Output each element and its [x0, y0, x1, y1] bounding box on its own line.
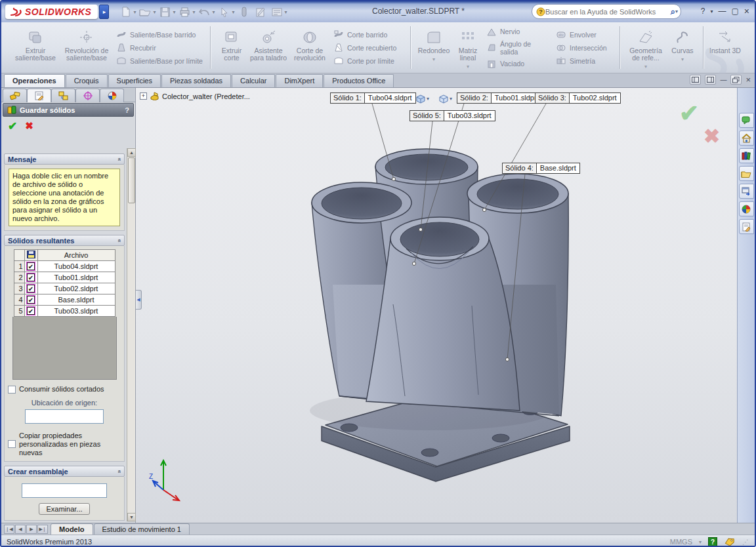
body-filename[interactable]: Tubo01.sldprt	[37, 272, 115, 283]
row-checkbox[interactable]: ✔	[27, 285, 35, 293]
linear-pattern-button[interactable]: Matriz lineal ▾	[453, 24, 483, 71]
quick-tips-icon[interactable]: ?	[708, 537, 717, 546]
resize-grip[interactable]: ⋰	[742, 538, 749, 546]
feature-manager-tab[interactable]	[3, 89, 27, 102]
tab-productos-office[interactable]: Productos Office	[324, 74, 394, 87]
search-icon[interactable]: ⌕	[671, 7, 675, 17]
design-library-tab[interactable]	[739, 148, 754, 163]
last-tab-icon[interactable]: ▶❘	[37, 525, 48, 534]
next-tab-icon[interactable]: ▶	[26, 525, 37, 534]
row-checkbox[interactable]: ✔	[27, 307, 35, 315]
doc-restore-button[interactable]	[730, 75, 742, 85]
tube-right-opening[interactable]	[467, 174, 568, 213]
callout-solido-2[interactable]: Sólido 2: Tubo01.sldprt	[457, 92, 543, 104]
tube-front-body[interactable]	[366, 239, 520, 411]
body-filename[interactable]: Tubo04.sldprt	[37, 261, 115, 272]
print-dropdown[interactable]: ▾	[193, 9, 196, 15]
tree-expand-icon[interactable]: +	[140, 92, 147, 100]
select-cursor-icon[interactable]	[217, 5, 232, 19]
hole-wizard-button[interactable]: Asistente para taladro	[249, 24, 288, 71]
first-tab-icon[interactable]: ❘◀	[4, 525, 14, 534]
lofted-cut-button[interactable]: Corte recubierto	[331, 42, 405, 53]
help-dropdown[interactable]: ▾	[710, 9, 713, 14]
assembly-name-input[interactable]	[22, 483, 107, 498]
property-manager-tab[interactable]	[27, 89, 51, 102]
section-crear-ensamblaje-header[interactable]: Crear ensamblaje «	[4, 466, 125, 477]
shell-button[interactable]: Vaciado	[484, 58, 553, 70]
edit-appearance-button[interactable]: ▾	[413, 92, 433, 106]
draft-button[interactable]: Ángulo de salida	[484, 39, 553, 56]
callout-filename[interactable]: Tubo01.sldprt	[491, 93, 542, 103]
minimize-button[interactable]: —	[718, 7, 726, 16]
file-explorer-tab[interactable]	[739, 166, 754, 181]
tab-croquis[interactable]: Croquis	[66, 74, 108, 87]
wrap-button[interactable]: abcEnvolver	[554, 29, 614, 40]
units-indicator[interactable]: MMGS	[670, 538, 692, 546]
save-dropdown[interactable]: ▾	[173, 9, 175, 15]
custom-properties-tab[interactable]	[739, 219, 754, 234]
collector-model[interactable]: Z	[136, 88, 737, 523]
panel-collapse-handle[interactable]: ◀	[136, 290, 142, 310]
doc-minimize-button[interactable]: —	[720, 76, 726, 83]
options-dropdown[interactable]: ▾	[285, 9, 287, 15]
new-document-dropdown[interactable]: ▾	[133, 9, 136, 15]
callout-solido-3[interactable]: Sólido 3: Tubo02.sldprt	[535, 92, 621, 104]
tab-operaciones[interactable]: Operaciones	[4, 74, 65, 87]
body-filename[interactable]: Base.sldprt	[37, 294, 115, 306]
split-pane-left-icon[interactable]	[690, 75, 701, 85]
consume-cut-bodies-checkbox[interactable]	[8, 386, 16, 394]
graphics-viewport[interactable]: Z + Colector_walter (Predeter... ▾ ▾ Sól…	[136, 88, 737, 523]
doc-close-button[interactable]: ×	[746, 75, 751, 85]
tab-dimxpert[interactable]: DimXpert	[276, 74, 323, 87]
dimxpert-manager-tab[interactable]	[75, 89, 100, 102]
row-checkbox[interactable]: ✔	[27, 296, 35, 304]
undo-dropdown[interactable]: ▾	[213, 9, 215, 15]
confirm-cancel-icon[interactable]: ✖	[704, 125, 720, 148]
panel-help-button[interactable]: ?	[125, 106, 129, 114]
open-icon[interactable]	[138, 5, 152, 19]
scroll-down-icon[interactable]: ▼	[127, 513, 136, 521]
tube-left-opening[interactable]	[312, 182, 411, 223]
cancel-button[interactable]: ✖	[25, 120, 33, 132]
menu-expand-button[interactable]: ▸	[99, 5, 109, 19]
select-dropdown[interactable]: ▾	[232, 9, 235, 15]
forum-tab[interactable]	[739, 113, 754, 128]
options-icon[interactable]	[270, 5, 284, 19]
extrude-boss-button[interactable]: Extruir saliente/base	[12, 24, 59, 71]
callout-solido-4[interactable]: Sólido 4: Base.sldprt	[502, 163, 580, 174]
mirror-button[interactable]: Simetría	[554, 55, 614, 66]
units-dropdown[interactable]: ▾	[699, 539, 702, 545]
split-pane-right-icon[interactable]	[705, 75, 716, 85]
examinar-button[interactable]: Examinar...	[39, 503, 89, 515]
swept-boss-button[interactable]: Saliente/Base barrido	[114, 29, 205, 40]
intersect-button[interactable]: Intersección	[554, 42, 614, 53]
scrollbar-thumb[interactable]	[128, 157, 135, 203]
boundary-boss-button[interactable]: Saliente/Base por límite	[114, 55, 205, 66]
resources-home-tab[interactable]	[739, 131, 754, 146]
callout-filename[interactable]: Base.sldprt	[536, 163, 579, 173]
rib-button[interactable]: Nervio	[484, 26, 553, 37]
close-button[interactable]: ×	[744, 6, 749, 16]
open-dropdown[interactable]: ▾	[153, 9, 156, 15]
file-properties-icon[interactable]	[253, 5, 268, 19]
search-input[interactable]	[545, 8, 671, 16]
view-palette-tab[interactable]	[739, 184, 754, 199]
rebuild-icon[interactable]	[237, 5, 251, 19]
tab-piezas-soldadas[interactable]: Piezas soldadas	[161, 74, 231, 87]
column-archivo[interactable]: Archivo	[37, 250, 115, 261]
origin-location-input[interactable]	[25, 409, 104, 424]
section-solidos-header[interactable]: Sólidos resultantes «	[4, 235, 125, 246]
prev-tab-icon[interactable]: ◀	[15, 525, 26, 534]
fillet-dropdown[interactable]: ▾	[432, 56, 435, 63]
tab-estudio-movimiento[interactable]: Estudio de movimiento 1	[94, 523, 190, 535]
tab-modelo[interactable]: Modelo	[51, 523, 93, 535]
feature-tree-root[interactable]: + Colector_walter (Predeter...	[140, 92, 250, 100]
reference-geometry-dropdown[interactable]: ▾	[644, 63, 647, 70]
body-filename[interactable]: Tubo03.sldprt	[37, 306, 115, 317]
revolved-cut-button[interactable]: Corte de revolución	[289, 24, 330, 71]
swept-cut-button[interactable]: Corte barrido	[331, 29, 405, 40]
callout-solido-5[interactable]: Sólido 5: Tubo03.sldprt	[410, 110, 495, 121]
curves-dropdown[interactable]: ▾	[681, 56, 684, 63]
help-button[interactable]: ?	[701, 7, 705, 16]
appearances-tab[interactable]	[739, 201, 754, 216]
